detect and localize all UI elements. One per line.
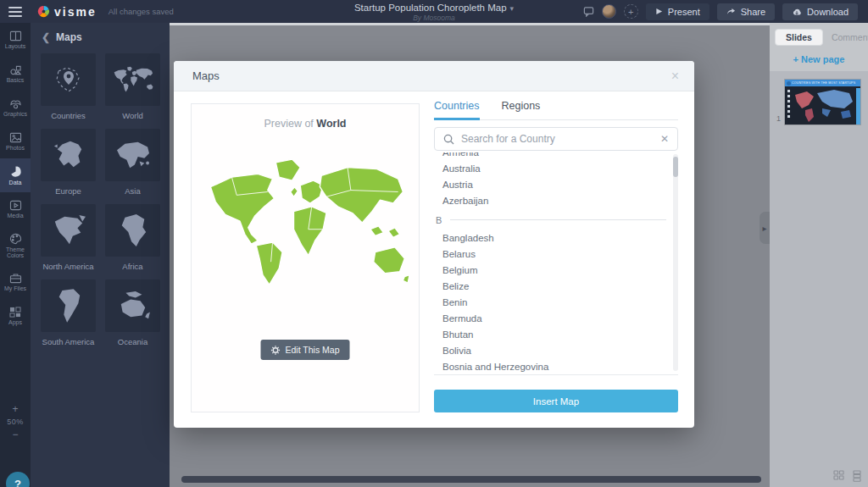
country-row[interactable]: Belarus [434,246,678,263]
gear-icon [271,346,281,355]
play-icon [655,8,663,15]
canvas-horizontal-scrollbar[interactable] [181,476,761,483]
sidebar-item-media[interactable]: Media [0,192,31,226]
app-window: visme All changes saved Startup Populati… [0,0,868,487]
map-tile-countries[interactable]: Countries [41,53,96,120]
hamburger-menu-icon[interactable] [0,0,31,23]
edit-this-map-button[interactable]: Edit This Map [261,340,350,360]
save-status: All changes saved [108,7,174,16]
map-tile-north-america[interactable]: North America [41,204,96,271]
world-map-icon [112,65,154,94]
search-icon [443,134,454,145]
theme-colors-palette-icon [9,233,22,245]
zoom-controls: + 50% − [4,401,26,442]
modal-tabs: Countries Regions [434,100,678,120]
sidebar-item-theme-colors[interactable]: Theme Colors [0,226,31,265]
list-scrollbar-thumb[interactable] [673,157,678,177]
document-title-block[interactable]: Startup Population Choropleth Map▾ By Mo… [354,0,514,23]
list-scrollbar-track[interactable] [673,154,678,371]
sidebar-item-photos[interactable]: Photos [0,125,31,158]
slide-list-item: 1 COUNTRIES WITH THE MOST STARTUPS [770,71,868,125]
slide-thumbnail-logo-dot [787,81,791,86]
edit-this-map-label: Edit This Map [286,345,340,355]
map-tile-asia[interactable]: Asia [105,129,160,196]
map-tile-oceania[interactable]: Oceania [105,279,160,346]
sidebar-item-basics[interactable]: Basics [0,57,31,91]
world-map-preview [199,152,411,296]
maps-panel-back[interactable]: ❮ Maps [31,23,170,50]
map-tile-world[interactable]: World [105,53,160,120]
list-view-icon[interactable] [853,470,861,482]
tab-regions[interactable]: Regions [502,100,541,119]
country-row[interactable]: Australia [434,161,678,177]
maps-panel: ❮ Maps Countries World Europe Asia N [31,23,170,487]
map-tile-south-america[interactable]: South America [41,279,96,346]
country-row[interactable]: Benin [434,295,678,311]
country-row[interactable]: Belize [434,279,678,295]
country-row[interactable]: Bolivia [434,343,678,359]
avatar[interactable] [602,4,616,19]
search-input[interactable] [461,133,660,145]
document-title: Startup Population Choropleth Map [354,3,507,13]
clear-search-icon[interactable]: ✕ [660,133,669,145]
top-bar: visme All changes saved Startup Populati… [0,0,868,23]
country-row[interactable]: Bhutan [434,327,678,343]
apps-grid-icon [9,307,21,318]
country-row[interactable]: Armenia [434,152,678,161]
sidebar-item-layouts[interactable]: Layouts [0,23,31,57]
back-chevron-icon: ❮ [42,31,50,43]
country-row[interactable]: Belgium [434,263,678,279]
data-pie-icon [9,165,22,178]
close-icon[interactable]: × [671,69,679,83]
map-tile-africa[interactable]: Africa [105,204,160,271]
country-row[interactable]: Bosnia and Herzegovina [434,359,678,375]
present-label: Present [668,7,700,17]
graphics-icon [9,98,22,109]
modal-right-column: Countries Regions ✕ Armenia Australia Au… [434,100,678,412]
sidebar-item-graphics[interactable]: Graphics [0,91,31,125]
visme-logo[interactable]: visme [37,5,97,19]
insert-map-button[interactable]: Insert Map [434,390,678,412]
zoom-level[interactable]: 50% [4,417,26,427]
collapse-panel-icon[interactable]: ▸ [760,212,770,244]
download-button[interactable]: Download [782,3,858,20]
north-america-map-icon [50,213,87,247]
slide-number: 1 [776,114,781,125]
maps-modal: Maps × Preview of World [174,61,694,428]
africa-map-icon [117,213,149,248]
share-button[interactable]: Share [717,3,775,20]
sidebar-item-apps[interactable]: Apps [0,299,31,333]
zoom-in-icon[interactable]: + [4,401,26,417]
country-row[interactable]: Bangladesh [434,230,678,246]
comments-icon[interactable] [583,6,594,17]
map-preview-card: Preview of World [191,103,420,412]
slide-thumbnail[interactable]: COUNTRIES WITH THE MOST STARTUPS [785,80,860,125]
view-toggles [833,470,861,482]
country-row[interactable]: Bermuda [434,311,678,327]
grid-view-icon[interactable] [833,470,844,482]
new-page-button[interactable]: + New page [775,54,863,64]
visme-wordmark: visme [54,5,97,19]
help-button[interactable]: ? [6,472,30,487]
zoom-out-icon[interactable]: − [4,427,26,442]
slides-panel-header: Slides Comments + New page [770,23,868,71]
download-label: Download [807,7,849,17]
country-row[interactable]: Austria [434,177,678,193]
sidebar-item-my-files[interactable]: My Files [0,265,31,299]
oceania-map-icon [114,290,152,322]
tab-comments[interactable]: Comments [826,30,868,45]
left-sidebar: Layouts Basics Graphics Photos Data Medi… [0,23,31,487]
slide-thumbnail-title: COUNTRIES WITH THE MOST STARTUPS [785,80,860,86]
map-tile-europe[interactable]: Europe [41,129,96,196]
present-button[interactable]: Present [646,3,709,20]
south-america-map-icon [54,287,83,324]
country-row[interactable]: Azerbaijan [434,193,678,209]
section-letter-b: B [434,209,678,230]
slide-thumbnail-legend [787,90,790,118]
add-collaborator-icon[interactable]: + [624,4,638,19]
tab-countries[interactable]: Countries [434,100,480,120]
tab-slides[interactable]: Slides [775,29,823,46]
share-icon [726,8,736,16]
slide-thumbnail-sidebar [856,88,860,125]
sidebar-item-data[interactable]: Data [0,158,31,192]
